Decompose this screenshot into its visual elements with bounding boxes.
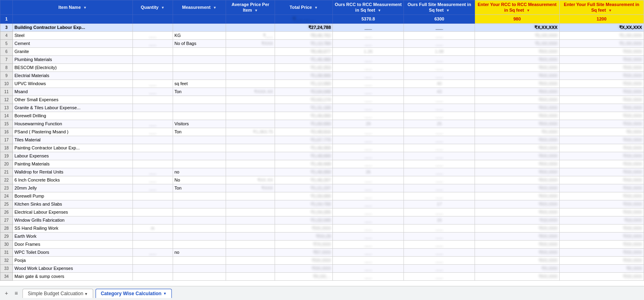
total-price-cell[interactable]: ₹1,21,237 xyxy=(275,184,333,192)
total-price-cell[interactable]: ₹1,13,784 xyxy=(275,39,333,47)
rcc-cell[interactable]: ___ xyxy=(333,192,404,200)
total-price-cell[interactable]: ₹1,54,205 xyxy=(275,208,333,216)
avg-price-cell[interactable]: ₹XXX.XX xyxy=(226,88,275,96)
full-site-cell[interactable]: 40 xyxy=(404,80,475,88)
row-number[interactable]: 15 xyxy=(0,120,13,128)
enter-rcc-cell[interactable]: ₹1,XX,XXX xyxy=(475,31,559,39)
row-number[interactable]: 29 xyxy=(0,232,13,240)
enter-rcc-cell[interactable]: ₹XX,XXX xyxy=(475,96,559,104)
rcc-cell[interactable]: ___ xyxy=(333,264,404,272)
enter-full-cell[interactable]: ₹X,XXX xyxy=(559,128,644,136)
item-name-cell[interactable]: Building Contractor Labour Exp... xyxy=(12,23,132,31)
header-rcc-sqft[interactable]: Ours RCC to RCC Measurement in Sq feet ▼ xyxy=(333,0,404,15)
rcc-cell[interactable]: ___ xyxy=(333,176,404,184)
measurement-cell[interactable] xyxy=(173,104,226,112)
table-row[interactable]: 8BESCOM (Electricity)₹1,42,253______₹XX,… xyxy=(0,63,644,71)
rcc-cell[interactable]: ___ xyxy=(333,248,404,256)
row-number[interactable]: 10 xyxy=(0,80,13,88)
quantity-cell[interactable] xyxy=(132,47,173,55)
item-name-cell[interactable]: Walldrop for Rental Units xyxy=(12,168,132,176)
measurement-cell[interactable] xyxy=(173,264,226,272)
enter-rcc-cell[interactable]: ₹XX,XXX xyxy=(475,152,559,160)
total-price-cell[interactable]: ₹1,42,253 xyxy=(275,63,333,71)
row-number[interactable]: 27 xyxy=(0,216,13,224)
full-site-cell[interactable]: 15 xyxy=(404,216,475,224)
full-site-cell[interactable]: ___ xyxy=(404,208,475,216)
item-name-cell[interactable]: Borewell Pump xyxy=(12,192,132,200)
full-site-cell[interactable]: ___ xyxy=(404,176,475,184)
total-price-cell[interactable]: ₹2,64,048 xyxy=(275,88,333,96)
total-price-cell[interactable]: ₹XX,29 xyxy=(275,232,333,240)
avg-price-cell[interactable] xyxy=(226,264,275,272)
full-site-cell[interactable]: ___ xyxy=(404,256,475,264)
enter-full-cell[interactable]: ₹XX,XXX xyxy=(559,160,644,168)
table-row[interactable]: 19Labour Expenses₹1,48,600______₹XX,XXX₹… xyxy=(0,152,644,160)
row-number[interactable]: 20 xyxy=(0,160,13,168)
enter-full-cell[interactable]: ₹XX,XXX xyxy=(559,224,644,232)
rcc-cell[interactable]: ___ xyxy=(333,39,404,47)
full-site-cell[interactable]: ___ xyxy=(404,272,475,280)
enter-full-cell[interactable]: ₹XX,XXX xyxy=(559,144,644,152)
enter-rcc-cell[interactable]: ₹XX,XXX xyxy=(475,88,559,96)
measurement-cell[interactable] xyxy=(173,55,226,63)
full-site-cell[interactable]: ___ xyxy=(404,23,475,31)
full-site-cell[interactable]: ___ xyxy=(404,264,475,272)
enter-full-cell[interactable]: ₹XX,XXX xyxy=(559,176,644,184)
quantity-cell[interactable] xyxy=(132,63,173,71)
table-row[interactable]: 33Wood Work Labour Expenses₹XX,XXX______… xyxy=(0,264,644,272)
filter-icon-qty[interactable]: ▼ xyxy=(161,6,165,10)
table-row[interactable]: 25Kitchen Sinks and Slabs₹1,54,700___17₹… xyxy=(0,200,644,208)
measurement-cell[interactable] xyxy=(173,232,226,240)
quantity-cell[interactable]: ___ xyxy=(132,168,173,176)
full-site-cell[interactable]: ___ xyxy=(404,232,475,240)
measurement-cell[interactable]: Ton xyxy=(173,88,226,96)
item-name-cell[interactable]: Wood Work Labour Expenses xyxy=(12,264,132,272)
item-name-cell[interactable]: Window Grills Fabrication xyxy=(12,216,132,224)
measurement-cell[interactable]: no xyxy=(173,248,226,256)
quantity-cell[interactable] xyxy=(132,55,173,63)
total-price-cell[interactable]: ₹1,46,948 xyxy=(275,160,333,168)
avg-price-cell[interactable] xyxy=(226,256,275,264)
avg-price-cell[interactable] xyxy=(226,112,275,120)
row-number[interactable]: 14 xyxy=(0,112,13,120)
rcc-cell[interactable]: ___ xyxy=(333,232,404,240)
row-number[interactable]: 28 xyxy=(0,224,13,232)
measurement-cell[interactable]: No of Bags xyxy=(173,39,226,47)
measurement-cell[interactable] xyxy=(173,240,226,248)
rcc-cell[interactable]: ___ xyxy=(333,216,404,224)
row-number[interactable]: 3 xyxy=(0,23,13,31)
full-site-cell[interactable]: ___ xyxy=(404,192,475,200)
full-site-cell[interactable]: ___ xyxy=(404,39,475,47)
total-price-cell[interactable]: ₹XX,XXX xyxy=(275,224,333,232)
item-name-cell[interactable]: WPC Toilet Doors xyxy=(12,248,132,256)
item-name-cell[interactable]: Housewarming Function xyxy=(12,120,132,128)
enter-full-cell[interactable]: ₹XX,XXX xyxy=(559,192,644,200)
header-item-name[interactable]: Item Name ▼ xyxy=(12,0,132,15)
measurement-cell[interactable] xyxy=(173,192,226,200)
total-price-cell[interactable]: ₹X,XX,... xyxy=(275,272,333,280)
table-row[interactable]: 9Electrial Materials₹1,08,906______₹XX,X… xyxy=(0,71,644,80)
enter-rcc-cell[interactable]: ₹XX,XXX xyxy=(475,160,559,168)
full-site-cell[interactable]: ___ xyxy=(404,104,475,112)
rcc-cell[interactable]: ___ xyxy=(333,136,404,144)
row-number[interactable]: 16 xyxy=(0,128,13,136)
table-row[interactable]: 27Window Grills Fabrication₹1,02,045___1… xyxy=(0,216,644,224)
item-name-cell[interactable]: Granite & Tiles Labour Expense... xyxy=(12,104,132,112)
quantity-cell[interactable]: ___ xyxy=(132,176,173,184)
enter-rcc-cell[interactable]: ₹XX,XXX xyxy=(475,232,559,240)
enter-full-cell[interactable]: ₹XX,XXX xyxy=(559,96,644,104)
enter-rcc-cell[interactable]: ₹XX,XXX xyxy=(475,224,559,232)
row-number[interactable]: 32 xyxy=(0,256,13,264)
total-price-cell[interactable]: ₹1,46,000 xyxy=(275,144,333,152)
full-site-cell[interactable]: ___ xyxy=(404,144,475,152)
full-site-cell[interactable]: ___ xyxy=(404,136,475,144)
sheet-tab-1[interactable]: Category Wise Calculation ▼ xyxy=(96,289,172,298)
enter-rcc-cell[interactable]: ₹XX,XXX xyxy=(475,208,559,216)
enter-full-cell[interactable]: ₹XX,XXX xyxy=(559,200,644,208)
rcc-cell[interactable]: ___ xyxy=(333,184,404,192)
avg-price-cell[interactable] xyxy=(226,272,275,280)
avg-price-cell[interactable] xyxy=(226,47,275,55)
avg-price-cell[interactable]: ₹___ xyxy=(226,31,275,39)
enter-full-cell[interactable]: ₹1,XX,XXX xyxy=(559,39,644,47)
item-name-cell[interactable]: Kitchen Sinks and Slabs xyxy=(12,200,132,208)
